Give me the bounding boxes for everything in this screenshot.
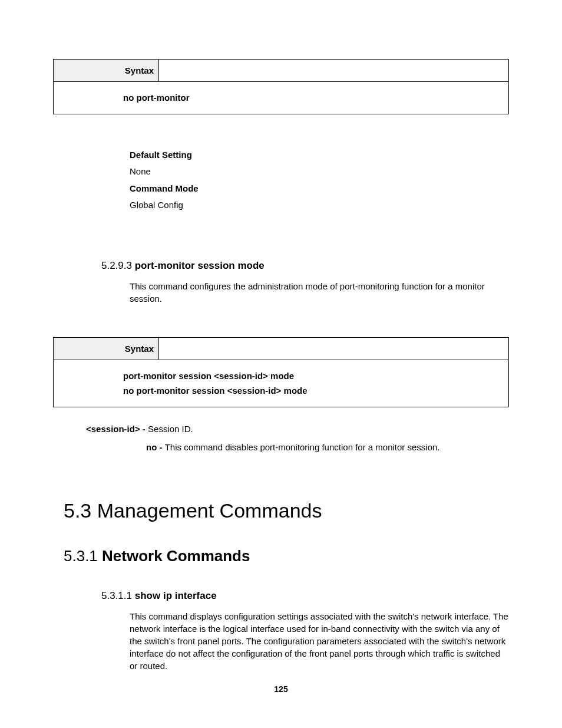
syntax-box-2: Syntax port-monitor session <session-id>… (53, 337, 509, 407)
syntax-body-2: port-monitor session <session-id> mode n… (54, 360, 508, 407)
default-setting-value: None (130, 163, 509, 180)
syntax-label-2: Syntax (54, 338, 159, 360)
description-5293: This command configures the administrati… (130, 280, 509, 305)
param-no-desc: This command disables port-monitoring fu… (165, 442, 440, 452)
heading-531-title: Network Commands (102, 547, 250, 565)
syntax-header-row: Syntax (54, 60, 508, 82)
syntax-empty-cell (159, 60, 508, 82)
syntax-command-1: no port-monitor (54, 82, 508, 114)
heading-5311-title: show ip interface (135, 590, 217, 601)
heading-5293: 5.2.9.3 port-monitor session mode (101, 260, 509, 272)
heading-5311: 5.3.1.1 show ip interface (101, 590, 509, 602)
description-5311: This command displays configuration sett… (130, 610, 509, 672)
syntax-header-row-2: Syntax (54, 338, 508, 360)
page-container: Syntax no port-monitor Default Setting N… (0, 0, 562, 728)
syntax-command-2b: no port-monitor session <session-id> mod… (123, 383, 497, 398)
syntax-label: Syntax (54, 60, 159, 82)
heading-title: port-monitor session mode (135, 260, 265, 271)
command-mode-value: Global Config (130, 197, 509, 214)
default-setting-label: Default Setting (130, 147, 509, 164)
syntax-box-1: Syntax no port-monitor (53, 59, 509, 114)
heading-531-number: 5.3.1 (64, 547, 98, 565)
param-session-id-label: <session-id> - (86, 424, 148, 434)
param-session-id: <session-id> - Session ID. (86, 424, 509, 434)
heading-531: 5.3.1 Network Commands (64, 547, 509, 565)
syntax-empty-cell-2 (159, 338, 508, 360)
detail-block-1: Default Setting None Command Mode Global… (130, 147, 509, 214)
param-session-id-desc: Session ID. (148, 424, 193, 434)
command-mode-label: Command Mode (130, 180, 509, 197)
heading-number: 5.2.9.3 (101, 260, 132, 271)
heading-53: 5.3 Management Commands (64, 499, 509, 522)
heading-5311-number: 5.3.1.1 (101, 590, 132, 601)
param-no-label: no - (146, 442, 165, 452)
syntax-command-2a: port-monitor session <session-id> mode (123, 368, 497, 384)
param-no: no - This command disables port-monitori… (146, 442, 509, 452)
page-number: 125 (0, 684, 562, 694)
